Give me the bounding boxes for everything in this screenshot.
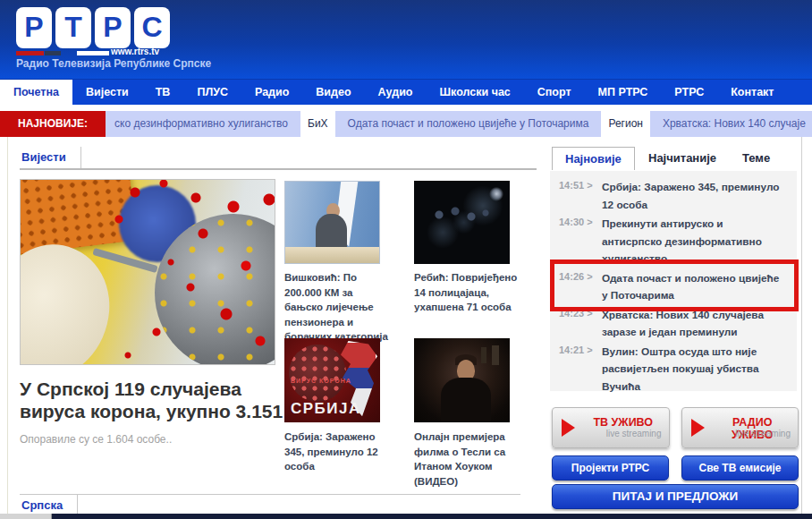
person-graphic xyxy=(316,214,348,250)
logo-letter: Р xyxy=(16,7,52,48)
item-separator: > xyxy=(587,308,592,319)
virus-graphic xyxy=(289,345,346,402)
page: Р Т Р С www.rtrs.tv Радио Телевизија Реп… xyxy=(0,0,812,519)
live-button-sublabel: live streaming xyxy=(606,429,662,438)
ticker-item[interactable]: Одата почаст и положено цвијеће у Поточа… xyxy=(348,111,589,137)
site-tagline: Радио Телевизија Републике Српске xyxy=(16,57,211,70)
nav-item-sport[interactable]: Спорт xyxy=(524,80,585,105)
item-title[interactable]: Србија: Заражено 345, преминуло 12 особа xyxy=(602,179,781,214)
article-thumb-viskovic[interactable] xyxy=(284,181,380,264)
logo-tiles: Р Т Р С xyxy=(16,7,170,48)
radio-live-button[interactable]: РАДИО УЖИВО live streaming xyxy=(681,407,799,448)
tab-najnovije[interactable]: Најновије xyxy=(552,147,635,170)
item-time: 14:30 xyxy=(559,217,584,227)
article-title[interactable]: Ребић: Повријеђено 14 полицајаца, ухапше… xyxy=(414,270,523,315)
nav-item-kontakt[interactable]: Контакт xyxy=(717,80,787,105)
virus-spikes-graphic xyxy=(21,180,275,364)
latest-news-list: 14:51 > Србија: Заражено 345, преминуло … xyxy=(550,171,797,391)
main-nav: Почетна Вијести ТВ ПЛУС Радио Видео Ауди… xyxy=(0,79,812,105)
logo-letter: Т xyxy=(55,7,91,48)
list-item[interactable]: 14:21 > Вулин: Оштра осуда што није расв… xyxy=(550,344,791,396)
nav-item-plus[interactable]: ПЛУС xyxy=(183,80,241,105)
nav-item-vijesti[interactable]: Вијести xyxy=(72,80,142,105)
live-button-sublabel: live streaming xyxy=(735,429,791,438)
item-title[interactable]: Одата почаст и положено цвијеће у Поточа… xyxy=(602,270,781,305)
nav-item-tv[interactable]: ТВ xyxy=(142,80,184,105)
person-body-graphic xyxy=(441,378,491,422)
article-title[interactable]: Србија: Заражено 345, преминуло 12 особа xyxy=(284,430,393,474)
page-right-border xyxy=(801,137,802,514)
article-thumb-srbija[interactable]: ВИРУС КОРОНА СРБИЈА xyxy=(284,338,380,422)
nav-item-skolski-cas[interactable]: Школски час xyxy=(427,80,524,105)
list-item-highlighted[interactable]: 14:26 > Одата почаст и положено цвијеће … xyxy=(550,270,791,305)
ticker-item[interactable]: Хрватска: Нових 140 случаје xyxy=(663,111,806,137)
ticker-category-badge: Регион xyxy=(601,111,650,137)
item-time: 14:51 xyxy=(559,180,584,191)
thumb-sublabel: ВИРУС КОРОНА xyxy=(291,378,351,384)
tab-najcitanije[interactable]: Најчитаније xyxy=(639,147,725,169)
nav-item-video[interactable]: Видео xyxy=(302,80,364,105)
live-buttons-row: ТВ УЖИВО live streaming РАДИО УЖИВО live… xyxy=(552,407,799,448)
nav-item-rtrs[interactable]: РТРС xyxy=(661,80,717,105)
list-item[interactable]: 14:51 > Србија: Заражено 345, преминуло … xyxy=(550,179,791,214)
logo-url: www.rtrs.tv xyxy=(111,47,159,56)
live-button-label: ТВ УЖИВО xyxy=(583,416,664,429)
item-separator: > xyxy=(587,180,592,191)
article-thumb-tesla[interactable] xyxy=(414,338,510,422)
item-separator: > xyxy=(587,217,592,227)
bottom-bar xyxy=(0,514,812,519)
tab-vijesti[interactable]: Вијести xyxy=(20,147,81,168)
item-title[interactable]: Прекинути антируско и антисрпско дезинфо… xyxy=(602,216,781,268)
thumb-label: СРБИЈА xyxy=(291,400,361,418)
projekti-rtrs-button[interactable]: Пројекти РТРС xyxy=(552,455,669,481)
bottom-bar-left-segment xyxy=(0,514,52,519)
ticker-track: ско дезинформативно хулиганство БиХ Одат… xyxy=(114,111,806,137)
sidebar-tabs: Најновије Најчитаније Теме xyxy=(550,147,799,171)
article-thumb-police[interactable] xyxy=(414,181,510,264)
logo-letter: Р xyxy=(95,7,131,48)
logo-letter: С xyxy=(134,7,170,48)
item-time: 14:26 xyxy=(559,271,584,282)
page-left-border xyxy=(7,137,8,514)
action-buttons-row: Пројекти РТРС Све ТВ емисије xyxy=(552,455,799,481)
ticker-category-badge: БиХ xyxy=(300,111,335,137)
window-graphic xyxy=(492,345,499,365)
ticker-label: НАЈНОВИЈЕ: xyxy=(0,111,106,137)
nav-item-radio[interactable]: Радио xyxy=(241,80,302,105)
featured-headline[interactable]: У Српској 119 случајева вируса корона, у… xyxy=(20,378,293,422)
news-ticker: НАЈНОВИЈЕ: ско дезинформативно хулиганст… xyxy=(0,111,812,137)
item-separator: > xyxy=(587,271,592,282)
article-title[interactable]: Онлајн премијера филма о Тесли са Итаном… xyxy=(414,430,523,489)
site-header: Р Т Р С www.rtrs.tv Радио Телевизија Реп… xyxy=(0,0,812,79)
item-title[interactable]: Хрватска: Нових 140 случајева заразе и ј… xyxy=(602,307,781,342)
article-title[interactable]: Вишковић: По 200.000 КМ за бањско лијече… xyxy=(284,270,393,345)
play-icon xyxy=(691,419,705,437)
nav-item-pocetna[interactable]: Почетна xyxy=(0,80,72,105)
featured-article-image[interactable] xyxy=(20,179,275,365)
sve-tv-emisije-button[interactable]: Све ТВ емисије xyxy=(681,455,799,481)
rtrs-logo[interactable]: Р Т Р С www.rtrs.tv xyxy=(16,7,170,48)
item-time: 14:21 xyxy=(559,345,584,355)
play-icon xyxy=(562,419,575,437)
window-graphic xyxy=(481,347,486,363)
list-item[interactable]: 14:23 > Хрватска: Нових 140 случајева за… xyxy=(550,307,791,342)
desk-graphic xyxy=(285,247,379,263)
nav-item-mp-rtrs[interactable]: МП РТРС xyxy=(585,80,662,105)
logo-underline: www.rtrs.tv xyxy=(16,51,168,56)
nav-item-audio[interactable]: Аудио xyxy=(365,80,427,105)
vijesti-section-header: Вијести xyxy=(20,147,537,170)
item-separator: > xyxy=(587,345,592,355)
tab-teme[interactable]: Теме xyxy=(733,147,779,169)
item-time: 14:23 xyxy=(559,308,584,319)
tv-live-button[interactable]: ТВ УЖИВО live streaming xyxy=(552,407,670,448)
list-item[interactable]: 14:30 > Прекинути антируско и антисрпско… xyxy=(550,216,791,268)
ticker-item[interactable]: ско дезинформативно хулиганство xyxy=(114,111,288,137)
featured-excerpt: Опоравиле су се 1.604 особе.. xyxy=(20,433,288,446)
pitaj-i-predlozi-button[interactable]: ПИТАЈ И ПРЕДЛОЖИ xyxy=(552,484,799,509)
police-graphic xyxy=(414,181,510,264)
item-title[interactable]: Вулин: Оштра осуда што није расвијетљен … xyxy=(602,344,781,396)
